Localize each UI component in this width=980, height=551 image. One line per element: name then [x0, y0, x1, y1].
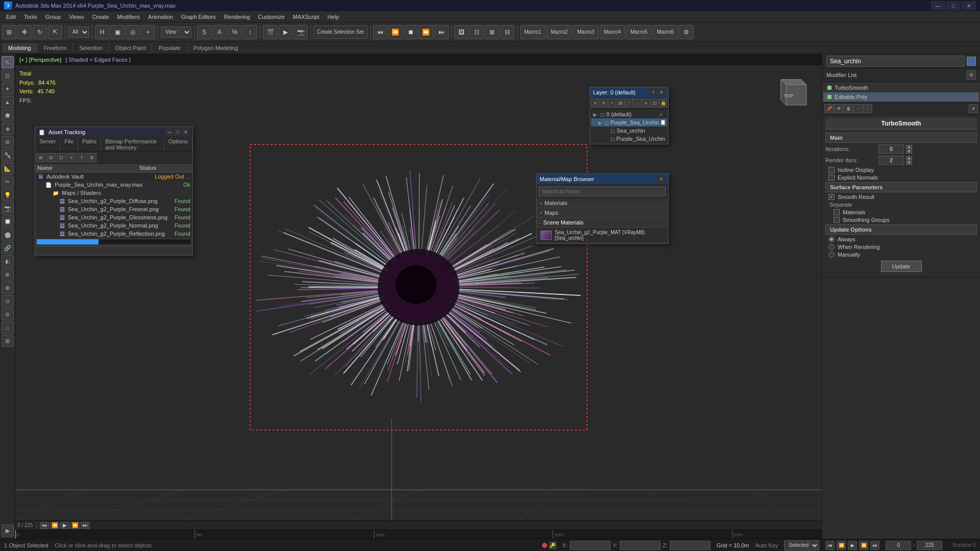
iterations-down[interactable]: ▼: [906, 149, 912, 154]
y-input[interactable]: [620, 541, 660, 550]
menu-item-graph editors[interactable]: Graph Editors: [177, 13, 220, 21]
menu-item-animation[interactable]: Animation: [144, 13, 177, 21]
left-tool-6[interactable]: ◈: [2, 122, 14, 135]
mat-search-input[interactable]: [538, 186, 666, 196]
menu-item-help[interactable]: Help: [324, 13, 344, 21]
sb-start-btn[interactable]: ⏮: [825, 541, 835, 550]
select-by-name-btn[interactable]: H: [95, 25, 109, 39]
left-tool-22[interactable]: ⊞: [2, 335, 14, 347]
render-to-tex-btn[interactable]: ⊟: [500, 25, 514, 39]
left-tool-13[interactable]: 🔲: [2, 215, 14, 228]
mat-item-sea-urchin[interactable]: Sea_Urchin_g2_Purple_MAT (VRayMtl) [Sea_…: [536, 228, 668, 243]
left-tool-10[interactable]: ✏: [2, 176, 14, 188]
layer-row-purple-sea-urchin-2[interactable]: ◻ Purple_Sea_Urchin: [591, 135, 667, 143]
menu-item-tools[interactable]: Tools: [20, 13, 41, 21]
left-tool-8[interactable]: 🔧: [2, 149, 14, 161]
macro5-btn[interactable]: Macro5: [626, 25, 652, 39]
menu-item-edit[interactable]: Edit: [2, 13, 20, 21]
left-tool-11[interactable]: 💡: [2, 189, 14, 201]
sb-play-btn[interactable]: ▶: [848, 541, 857, 550]
left-tool-15[interactable]: 🔗: [2, 242, 14, 254]
menu-item-views[interactable]: Views: [65, 13, 88, 21]
at-file-row-6[interactable]: 🖼Sea_Urchin_g2_Purple_Normal.pngFound: [35, 221, 192, 230]
at-btn-help[interactable]: ?: [77, 153, 86, 162]
main-section-header[interactable]: Main: [825, 133, 977, 143]
at-btn-1[interactable]: ⊞: [36, 153, 45, 162]
left-tool-cursor[interactable]: ↖: [2, 56, 14, 68]
mod-move-down-btn[interactable]: ↓: [863, 104, 872, 113]
render-view-btn[interactable]: 🖼: [454, 25, 469, 39]
layer-btn-5[interactable]: ↑: [625, 98, 633, 108]
at-btn-2[interactable]: ⊟: [46, 153, 56, 162]
left-tool-21[interactable]: ⌂: [2, 321, 14, 334]
at-file-row-2[interactable]: 📁Maps / Shaders: [35, 189, 192, 197]
snap-toggle-btn[interactable]: S: [197, 25, 211, 39]
materials-checkbox[interactable]: [834, 209, 840, 215]
left-tool-18[interactable]: ⊗: [2, 282, 14, 294]
at-btn-3[interactable]: ⊡: [57, 153, 66, 162]
sb-next-btn[interactable]: ⏩: [859, 541, 868, 550]
macro4-btn[interactable]: Macro4: [600, 25, 625, 39]
at-file-row-4[interactable]: 🖼Sea_Urchin_g2_Purple_Fresnel.pngFound: [35, 205, 192, 213]
time-input[interactable]: [886, 541, 911, 550]
smooth-result-checkbox[interactable]: [828, 194, 835, 200]
radio-always[interactable]: [828, 236, 835, 242]
tl-end-btn[interactable]: ⏭: [81, 522, 90, 529]
selected-dropdown[interactable]: Selected: [784, 540, 819, 550]
smoothing-groups-checkbox[interactable]: [834, 217, 840, 223]
mod-move-up-btn[interactable]: ↑: [853, 104, 863, 113]
iterations-up[interactable]: ▲: [906, 145, 912, 149]
toolbar-move-btn[interactable]: ✥: [17, 25, 32, 39]
macro6-btn[interactable]: Macro6: [653, 25, 678, 39]
left-tool-20[interactable]: ⊘: [2, 308, 14, 320]
object-name-input[interactable]: [826, 56, 965, 67]
update-options-header[interactable]: Update Options: [825, 224, 977, 235]
play-btn[interactable]: ⏮: [373, 25, 387, 39]
toolbar-scale-btn[interactable]: ⇱: [48, 25, 62, 39]
sb-prev-btn[interactable]: ⏪: [837, 541, 846, 550]
total-time-input[interactable]: [917, 541, 942, 550]
left-tool-14[interactable]: ⬤: [2, 229, 14, 241]
mode-dropdown[interactable]: All: [68, 27, 89, 38]
lasso-sel-btn[interactable]: ⌖: [141, 25, 155, 39]
left-tool-4[interactable]: ▲: [2, 96, 14, 108]
tab-freeform[interactable]: Freeform: [38, 43, 74, 53]
at-file-row-3[interactable]: 🖼Sea_Urchin_g2_Purple_Diffuse.pngFound: [35, 197, 192, 205]
layer-row-sea-urchin[interactable]: ◻ Sea_urchin: [591, 127, 667, 135]
layer-btn-6[interactable]: ↓: [633, 98, 642, 108]
tl-play-btn[interactable]: ▶: [60, 522, 69, 529]
last-frame-btn[interactable]: ⏭: [434, 25, 449, 39]
left-tool-19[interactable]: ⊙: [2, 295, 14, 307]
layer-btn-3[interactable]: +: [608, 98, 616, 108]
toolbar-select-btn[interactable]: ⊞: [2, 25, 16, 39]
render-iters-input[interactable]: [878, 156, 904, 165]
view-dropdown[interactable]: View: [161, 27, 191, 38]
mod-options-btn[interactable]: ▾: [969, 104, 978, 113]
layer-btn-7[interactable]: ↳: [642, 98, 650, 108]
tab-object-paint[interactable]: Object Paint: [109, 43, 153, 53]
render-blowup-btn[interactable]: ⊠: [485, 25, 499, 39]
mat-section-materials[interactable]: + Materials: [536, 198, 668, 208]
tl-next-btn[interactable]: ⏩: [70, 522, 80, 529]
menu-item-group[interactable]: Group: [41, 13, 65, 21]
modifier-turbosmooth[interactable]: TurboSmooth: [823, 83, 979, 92]
at-menu-server[interactable]: Server: [35, 137, 60, 152]
tl-start-btn[interactable]: ⏮: [40, 522, 49, 529]
mat-section-scene[interactable]: - Scene Materials: [536, 218, 668, 228]
layer-dialog-help-btn[interactable]: ?: [650, 89, 657, 96]
minimize-button[interactable]: —: [931, 1, 945, 10]
at-menu-file[interactable]: File: [60, 137, 78, 152]
at-file-row-5[interactable]: 🖼Sea_Urchin_g2_Purple_Glossiness.pngFoun…: [35, 213, 192, 221]
render-setup-btn[interactable]: 🎬: [263, 25, 277, 39]
at-menu-options[interactable]: Options: [164, 137, 192, 152]
layer-btn-9[interactable]: 🔒: [659, 98, 667, 108]
at-menu-paths[interactable]: Paths: [78, 137, 101, 152]
iterations-input[interactable]: [878, 144, 904, 154]
stop-btn[interactable]: ⏹: [404, 25, 418, 39]
at-menu-bitmap[interactable]: Bitmap Performance and Memory: [101, 137, 164, 152]
angle-snap-btn[interactable]: A: [212, 25, 227, 39]
mod-pin-btn[interactable]: 📌: [824, 104, 834, 113]
left-tool-3[interactable]: ✦: [2, 83, 14, 95]
at-file-row-7[interactable]: 🖼Sea_Urchin_g2_Purple_Reflection.pngFoun…: [35, 230, 192, 238]
radio-manually[interactable]: [828, 252, 835, 258]
